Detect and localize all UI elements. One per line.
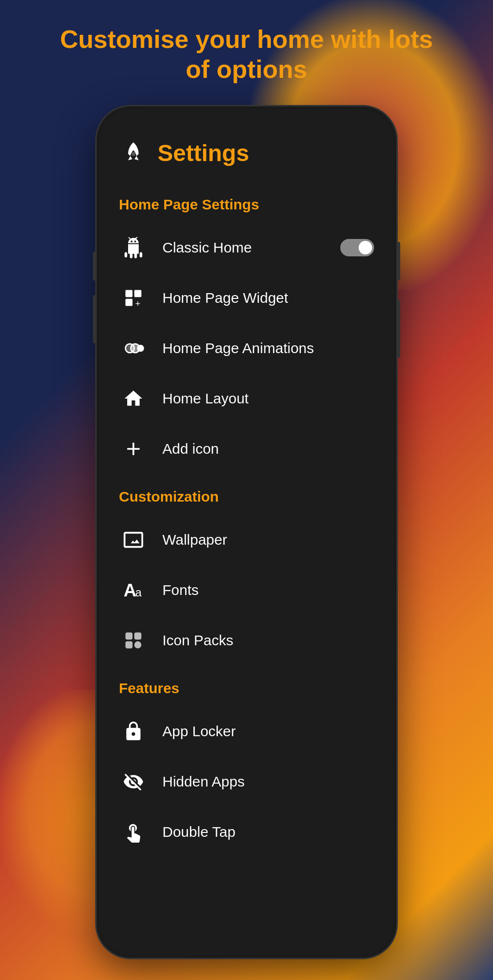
menu-item-classic-home[interactable]: Classic Home xyxy=(114,223,379,273)
menu-item-double-tap[interactable]: Double Tap xyxy=(114,807,379,857)
menu-item-home-page-widget[interactable]: + Home Page Widget xyxy=(114,273,379,323)
svg-rect-4 xyxy=(134,290,142,297)
add-icon-label: Add icon xyxy=(162,441,374,457)
volume-down-button xyxy=(93,295,96,343)
fonts-label: Fonts xyxy=(162,582,374,598)
svg-point-2 xyxy=(134,240,136,242)
svg-rect-12 xyxy=(126,633,133,640)
section-label-customization: Customization xyxy=(114,489,379,505)
fonts-icon: A a xyxy=(119,576,148,605)
icon-packs-icon xyxy=(119,626,148,655)
home-icon xyxy=(119,384,148,413)
svg-point-9 xyxy=(137,345,144,352)
svg-text:a: a xyxy=(135,586,142,599)
section-label-home-page-settings: Home Page Settings xyxy=(114,196,379,213)
svg-point-15 xyxy=(134,641,142,649)
hidden-icon xyxy=(119,767,148,796)
menu-item-home-page-animations[interactable]: Home Page Animations xyxy=(114,323,379,373)
hero-title: Customise your home with lots of options xyxy=(0,15,493,94)
app-locker-label: App Locker xyxy=(162,723,374,740)
settings-header: Settings xyxy=(114,138,379,167)
toggle-knob xyxy=(359,241,372,254)
settings-title: Settings xyxy=(158,140,249,166)
double-tap-icon xyxy=(119,817,148,846)
phone-mockup: Settings Home Page Settings Classic Home xyxy=(97,106,396,958)
wallpaper-label: Wallpaper xyxy=(162,532,374,548)
classic-home-toggle[interactable] xyxy=(340,239,374,256)
volume-up-button xyxy=(93,252,96,281)
svg-text:A: A xyxy=(124,580,136,600)
menu-item-add-icon[interactable]: Add icon xyxy=(114,424,379,474)
svg-rect-13 xyxy=(134,633,142,640)
svg-rect-14 xyxy=(126,641,133,649)
svg-point-0 xyxy=(131,152,136,156)
menu-item-app-locker[interactable]: App Locker xyxy=(114,706,379,757)
menu-item-fonts[interactable]: A a Fonts xyxy=(114,565,379,615)
menu-item-home-layout[interactable]: Home Layout xyxy=(114,373,379,424)
menu-item-hidden-apps[interactable]: Hidden Apps xyxy=(114,757,379,807)
home-layout-label: Home Layout xyxy=(162,390,374,407)
rocket-icon xyxy=(119,138,148,167)
double-tap-label: Double Tap xyxy=(162,824,374,840)
menu-item-wallpaper[interactable]: Wallpaper xyxy=(114,515,379,565)
home-page-animations-label: Home Page Animations xyxy=(162,340,374,356)
animations-icon xyxy=(119,334,148,363)
home-page-widget-label: Home Page Widget xyxy=(162,290,374,306)
icon-packs-label: Icon Packs xyxy=(162,632,374,649)
svg-text:+: + xyxy=(135,298,141,309)
svg-rect-3 xyxy=(126,290,133,297)
section-label-features: Features xyxy=(114,680,379,697)
lock-icon xyxy=(119,717,148,746)
plus-icon xyxy=(119,434,148,463)
classic-home-label: Classic Home xyxy=(162,239,326,256)
menu-item-icon-packs[interactable]: Icon Packs xyxy=(114,615,379,666)
svg-point-1 xyxy=(131,240,133,242)
widget-icon: + xyxy=(119,283,148,312)
wallpaper-icon xyxy=(119,525,148,554)
hidden-apps-label: Hidden Apps xyxy=(162,773,374,790)
android-icon xyxy=(119,233,148,262)
svg-rect-5 xyxy=(126,299,133,306)
